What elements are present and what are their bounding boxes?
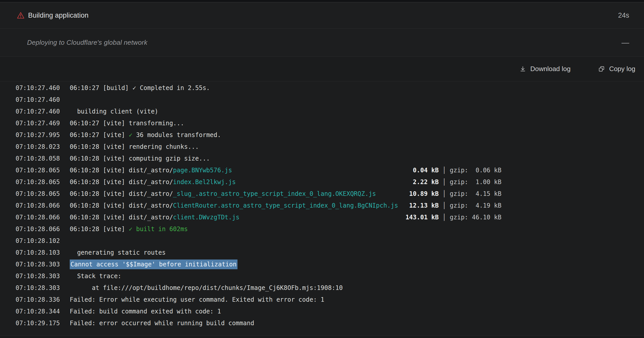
log-timestamp: 07:10:27.469: [16, 117, 60, 129]
log-segment: │ gzip: 4.15 kB: [439, 190, 502, 197]
log-message: 06:10:28 [vite] computing gzip size...: [70, 155, 210, 162]
log-message: Failed: build command exited with code: …: [70, 308, 221, 315]
log-message: 06:10:28 [vite] dist/_astro/ClientRouter…: [70, 202, 502, 209]
log-segment: at file:///opt/buildhome/repo/dist/chunk…: [70, 284, 343, 291]
log-line: 07:10:28.344Failed: build command exited…: [16, 306, 644, 317]
log-message: Stack trace:: [70, 273, 121, 280]
log-line: 07:10:28.06506:10:28 [vite] dist/_astro/…: [16, 164, 644, 176]
warning-icon: [17, 12, 25, 19]
log-pad: [236, 178, 406, 186]
log-segment: 06:10:27 [vite]: [70, 131, 129, 139]
log-timestamp: 07:10:28.303: [16, 282, 60, 294]
download-log-button[interactable]: Download log: [519, 65, 571, 73]
log-timestamp: 07:10:27.460: [16, 94, 60, 106]
log-selected-text: Cannot access '$$Image' before initializ…: [70, 260, 237, 269]
log-timestamp: 07:10:29.175: [16, 317, 60, 329]
log-toolbar: Download log Copy log: [0, 57, 644, 81]
log-segment: 2.22 kB: [406, 178, 439, 186]
log-segment: 06:10:28 [vite] dist/_astro/: [70, 178, 173, 186]
log-timestamp: 07:10:28.336: [16, 294, 60, 306]
deploy-stage-label: Deploying to Cloudflare's global network: [27, 39, 147, 47]
log-timestamp: 07:10:28.065: [16, 188, 60, 200]
log-segment: building client (vite): [70, 108, 158, 115]
log-timestamp: 07:10:28.303: [16, 258, 60, 270]
log-segment: 06:10:28 [vite] dist/_astro/: [70, 190, 173, 197]
log-segment: 36 modules transformed.: [133, 131, 221, 139]
log-message: at file:///opt/buildhome/repo/dist/chunk…: [70, 284, 343, 291]
log-segment: 143.01 kB: [406, 214, 439, 221]
log-pad: [398, 202, 406, 209]
copy-icon: [598, 65, 605, 72]
log-segment: ✓: [129, 131, 132, 139]
log-line: 07:10:28.06606:10:28 [vite] dist/_astro/…: [16, 200, 644, 211]
log-segment: 06:10:28 [vite] rendering chunks...: [70, 143, 199, 150]
log-segment: Failed: Error while executing user comma…: [70, 296, 324, 303]
log-message: Failed: Error while executing user comma…: [70, 296, 324, 303]
log-pad: [232, 167, 406, 174]
log-line: 07:10:28.06506:10:28 [vite] dist/_astro/…: [16, 188, 644, 200]
log-timestamp: 07:10:28.065: [16, 164, 60, 176]
log-segment: generating static routes: [70, 249, 166, 256]
log-timestamp: 07:10:28.023: [16, 141, 60, 153]
log-timestamp: 07:10:28.102: [16, 235, 60, 247]
build-log-panel: Building application 24s Deploying to Cl…: [0, 0, 644, 338]
log-timestamp: 07:10:28.066: [16, 223, 60, 235]
log-segment: 12.13 kB: [406, 202, 439, 209]
log-timestamp: 07:10:28.103: [16, 247, 60, 258]
log-message: generating static routes: [70, 249, 166, 256]
build-step-title: Building application: [28, 12, 89, 19]
log-timestamp: 07:10:28.066: [16, 211, 60, 223]
build-duration: 24s: [618, 12, 629, 19]
log-segment: index.Bel2lkwj.js: [173, 178, 236, 186]
log-line: 07:10:28.02306:10:28 [vite] rendering ch…: [16, 141, 644, 153]
log-timestamp: 07:10:28.344: [16, 306, 60, 317]
download-log-label: Download log: [530, 65, 571, 73]
log-pad: [240, 214, 406, 221]
log-segment: │ gzip: 46.10 kB: [439, 214, 502, 221]
log-segment: Failed: build command exited with code: …: [70, 308, 221, 315]
bottom-divider: [0, 336, 644, 338]
top-divider: [0, 0, 644, 2]
collapse-button[interactable]: —: [622, 39, 629, 47]
log-line: 07:10:28.303 Stack trace:: [16, 270, 644, 282]
log-line: 07:10:28.103 generating static routes: [16, 247, 644, 258]
log-line: 07:10:27.99506:10:27 [vite] ✓ 36 modules…: [16, 129, 644, 141]
copy-log-button[interactable]: Copy log: [598, 65, 635, 73]
download-icon: [519, 65, 526, 72]
log-line: 07:10:27.46006:10:27 [build] ✓ Completed…: [16, 82, 644, 94]
log-segment: │ gzip: 1.00 kB: [439, 178, 502, 186]
log-segment: 06:10:28 [vite]: [70, 226, 129, 233]
log-timestamp: 07:10:28.058: [16, 153, 60, 164]
log-message: 06:10:28 [vite] dist/_astro/page.BNYwb57…: [70, 167, 502, 174]
log-segment: 06:10:28 [vite] dist/_astro/: [70, 202, 173, 209]
log-segment: 0.04 kB: [406, 167, 439, 174]
log-segment: 10.89 kB: [406, 190, 439, 197]
log-line: 07:10:28.102: [16, 235, 644, 247]
log-message: 06:10:28 [vite] dist/_astro/index.Bel2lk…: [70, 178, 502, 186]
log-message: 06:10:27 [build] ✓ Completed in 2.55s.: [70, 84, 210, 92]
log-segment: _slug_.astro_astro_type_script_index_0_l…: [173, 190, 376, 197]
log-segment: 06:10:27 [build] ✓ Completed in 2.55s.: [70, 84, 210, 92]
log-message: 06:10:27 [vite] ✓ 36 modules transformed…: [70, 131, 221, 139]
log-lines[interactable]: 07:10:27.46006:10:27 [build] ✓ Completed…: [0, 82, 644, 336]
log-segment: Stack trace:: [70, 273, 121, 280]
log-message: Cannot access '$$Image' before initializ…: [70, 261, 237, 268]
log-message: 06:10:27 [vite] transforming...: [70, 120, 184, 127]
log-segment: │ gzip: 0.06 kB: [439, 167, 502, 174]
log-line: 07:10:28.05806:10:28 [vite] computing gz…: [16, 153, 644, 164]
log-message: 06:10:28 [vite] dist/_astro/_slug_.astro…: [70, 190, 502, 197]
log-segment: 06:10:27 [vite] transforming...: [70, 120, 184, 127]
log-timestamp: 07:10:28.303: [16, 270, 60, 282]
log-segment: ClientRouter.astro_astro_type_script_ind…: [173, 202, 398, 209]
log-timestamp: 07:10:27.460: [16, 82, 60, 94]
log-segment: Failed: error occurred while running bui…: [70, 320, 254, 327]
log-message: building client (vite): [70, 108, 158, 115]
log-timestamp: 07:10:27.995: [16, 129, 60, 141]
log-message: 06:10:28 [vite] rendering chunks...: [70, 143, 199, 150]
log-line: 07:10:28.303Cannot access '$$Image' befo…: [16, 258, 644, 270]
log-line: 07:10:28.303 at file:///opt/buildhome/re…: [16, 282, 644, 294]
log-line: 07:10:28.06606:10:28 [vite] dist/_astro/…: [16, 211, 644, 223]
log-line: 07:10:28.336Failed: Error while executin…: [16, 294, 644, 306]
log-message: 06:10:28 [vite] ✓ built in 602ms: [70, 226, 188, 233]
log-message: Failed: error occurred while running bui…: [70, 320, 254, 327]
